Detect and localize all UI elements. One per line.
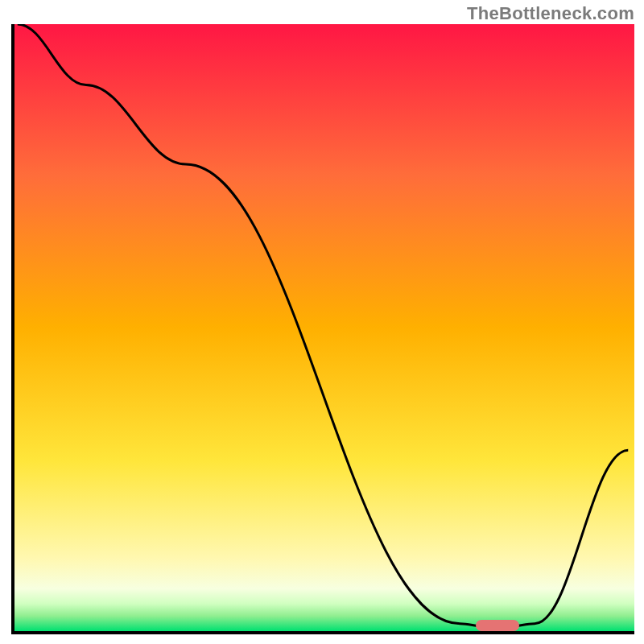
gradient-background <box>11 24 634 631</box>
chart-container: TheBottleneck.com <box>0 0 644 644</box>
watermark-text: TheBottleneck.com <box>467 3 634 24</box>
chart-svg <box>11 24 634 636</box>
optimum-marker <box>476 620 519 631</box>
plot-area <box>11 24 634 636</box>
